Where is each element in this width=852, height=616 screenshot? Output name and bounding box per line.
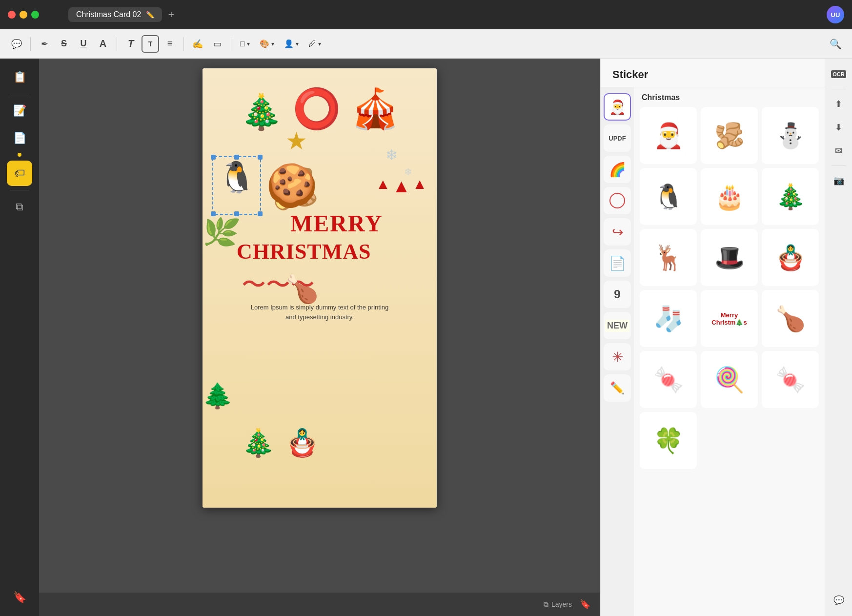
sticker-candy-red[interactable]: 🍬: [640, 351, 697, 408]
edit-title-icon[interactable]: ✏️: [146, 11, 154, 19]
nutcracker-icon: 🪆: [775, 244, 806, 272]
category-arrows[interactable]: ↪: [604, 218, 631, 246]
text-box-button[interactable]: T: [122, 35, 140, 53]
sidebar-bookmark-button[interactable]: 🔖: [7, 585, 32, 610]
category-updf[interactable]: UPDF: [604, 124, 631, 152]
signature-button[interactable]: ✍: [189, 35, 206, 53]
sticker-merry-text[interactable]: MerryChristm🎄s: [701, 290, 758, 347]
fill-button[interactable]: 🖊 ▾: [304, 38, 325, 50]
sidebar-divider-2: [10, 190, 29, 190]
penguin-hat-icon: 🐧: [653, 183, 684, 211]
handle-tc[interactable]: [234, 155, 239, 160]
user-avatar[interactable]: UU: [827, 6, 844, 23]
list-button[interactable]: ≡: [161, 35, 179, 53]
category-burst[interactable]: ✳: [604, 343, 631, 370]
share-email-button[interactable]: ✉: [829, 141, 849, 161]
numbers-cat-label: 9: [614, 287, 620, 301]
sticker-penguin-hat[interactable]: 🐧: [640, 168, 697, 225]
sticker-tree[interactable]: 🎄: [762, 168, 819, 225]
category-paper[interactable]: 📄: [604, 249, 631, 277]
text-frame-button[interactable]: T: [142, 35, 159, 53]
stocking-icon: 🧦: [653, 305, 684, 333]
sticker-santa[interactable]: 🎅: [640, 107, 697, 164]
candy-red-icon: 🍬: [653, 366, 684, 394]
search-button[interactable]: 🔍: [827, 35, 844, 53]
handle-br[interactable]: [258, 211, 263, 216]
gingerbread-icon: 🫚: [714, 122, 745, 150]
sticker-reindeer[interactable]: 🦌: [640, 229, 697, 286]
ocr-icon: OCR: [831, 70, 846, 78]
underline-button[interactable]: U: [75, 35, 92, 53]
handle-bl[interactable]: [211, 211, 216, 216]
lorem-text: Lorem Ipsum is simply dummy text of the …: [246, 303, 393, 322]
sticker-candy-yellow[interactable]: 🍭: [701, 351, 758, 408]
sidebar-layers-button[interactable]: ⧉: [7, 194, 32, 220]
main-layout: 📋 📝 📄 🏷 ⧉ 🔖 🎄 ⭕: [0, 59, 852, 616]
sidebar-sticker-button[interactable]: 🏷: [7, 161, 32, 186]
chat-icon: 💬: [833, 595, 844, 606]
panel-body: 🎅 UPDF 🌈 ↪ 📄 9: [601, 87, 825, 616]
sticker-gingerbread[interactable]: 🫚: [701, 107, 758, 164]
chat-button[interactable]: 💬: [829, 591, 849, 610]
minimize-button[interactable]: [20, 11, 27, 19]
sticker-icon: 🏷: [14, 167, 25, 180]
sticker-snowman[interactable]: ⛄: [762, 107, 819, 164]
shape-button[interactable]: □ ▾: [236, 38, 254, 50]
ocr-button[interactable]: OCR: [829, 64, 849, 84]
handle-tl[interactable]: [211, 155, 216, 160]
stamp-button[interactable]: ▭: [208, 35, 226, 53]
canvas-page: 🎄 ⭕ 🎪 ★ ❄ ❄ 🫚 🍪 ▲▲▲ MERRY: [203, 68, 437, 508]
handle-tr[interactable]: [258, 155, 263, 160]
color-icon: 🎨: [260, 39, 269, 48]
tree-icon: 🎄: [775, 183, 806, 211]
add-tab-button[interactable]: +: [168, 8, 174, 21]
category-pencil[interactable]: ✏️: [604, 374, 631, 402]
fill-icon: 🖊: [308, 40, 316, 48]
merry-text: MERRY: [290, 210, 383, 237]
sticker-pudding[interactable]: 🎂: [701, 168, 758, 225]
category-labels[interactable]: NEW: [604, 312, 631, 339]
pen-button[interactable]: ✒: [36, 35, 53, 53]
sidebar-document-button[interactable]: 📋: [7, 64, 32, 90]
user-icon: 👤: [284, 39, 294, 48]
fs-divider-2: [832, 165, 846, 166]
fs-divider-1: [832, 89, 846, 89]
sticker-santa-hat[interactable]: 🎩: [701, 229, 758, 286]
comment-button[interactable]: 💬: [8, 35, 25, 53]
layers-button[interactable]: ⧉ Layers: [544, 600, 572, 609]
snapshot-button[interactable]: 📷: [829, 171, 849, 190]
sticker-nutcracker[interactable]: 🪆: [762, 229, 819, 286]
far-right-sidebar: OCR ⬆ ⬇ ✉ 📷 💬: [825, 59, 852, 616]
sticker-stocking[interactable]: 🧦: [640, 290, 697, 347]
import-button[interactable]: ⬇: [829, 118, 849, 137]
sticker-candy-green[interactable]: 🍀: [640, 412, 697, 469]
close-button[interactable]: [8, 11, 16, 19]
strikethrough-button[interactable]: S: [55, 35, 73, 53]
text-button[interactable]: A: [94, 35, 112, 53]
category-numbers[interactable]: 9: [604, 281, 631, 308]
maximize-button[interactable]: [31, 11, 39, 19]
handle-bc[interactable]: [234, 211, 239, 216]
shape-chevron: ▾: [247, 41, 250, 47]
category-emoji[interactable]: 🌈: [604, 156, 631, 183]
bookmark-bottom-button[interactable]: 🔖: [580, 599, 590, 610]
toolbar-divider-2: [117, 37, 117, 51]
sticker-selection-box[interactable]: 🐧: [212, 156, 261, 215]
sticker-grid-area: Christmas 🎅 🫚 ⛄ 🐧: [634, 87, 825, 616]
reindeer-icon: 🦌: [653, 244, 684, 272]
sidebar-pages-button[interactable]: 📄: [7, 125, 32, 151]
card-background: 🎄 ⭕ 🎪 ★ ❄ ❄ 🫚 🍪 ▲▲▲ MERRY: [203, 68, 437, 508]
import-icon: ⬇: [835, 122, 842, 133]
sticker-candy-blue[interactable]: 🍬: [762, 351, 819, 408]
bottom-nutcracker: 🪆: [285, 427, 319, 459]
user-button[interactable]: 👤 ▾: [280, 37, 303, 50]
titlebar: Christmas Card 02 ✏️ + UU: [0, 0, 852, 29]
toolbar-divider-1: [30, 37, 31, 51]
sidebar-template-button[interactable]: 📝: [7, 98, 32, 123]
export-button[interactable]: ⬆: [829, 94, 849, 114]
sticker-turkey[interactable]: 🍗: [762, 290, 819, 347]
category-christmas[interactable]: 🎅: [604, 93, 631, 121]
gold-star: ★: [285, 127, 307, 155]
color-button[interactable]: 🎨 ▾: [256, 37, 278, 50]
category-shapes[interactable]: [604, 187, 631, 214]
